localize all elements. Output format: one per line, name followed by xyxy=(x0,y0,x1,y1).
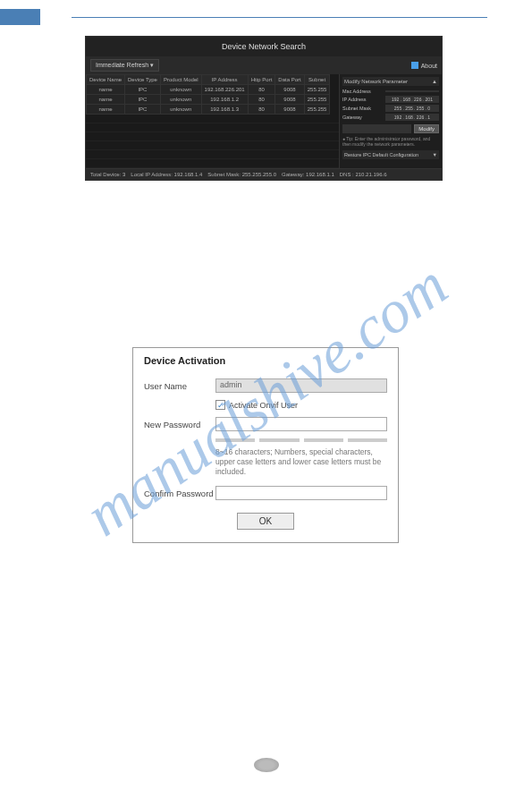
gw-input[interactable]: 192 . 168 . 226 . 1 xyxy=(385,114,439,121)
restore-config[interactable]: Restore IPC Default Configuration ▼ xyxy=(342,150,439,159)
cell: 80 xyxy=(248,85,275,95)
device-table: Device Name Device Type Product Model IP… xyxy=(86,74,330,115)
footer-gateway: Gateway: 192.168.1.1 xyxy=(282,172,334,177)
side-title: Modify Network Parameter ▲ xyxy=(342,77,439,86)
cell: 192.168.1.3 xyxy=(201,105,248,115)
cell: 9008 xyxy=(275,95,304,105)
header-line xyxy=(72,17,487,18)
device-network-search-panel: Device Network Search Immediate Refresh … xyxy=(85,36,443,181)
confirm-label: Confirm Password xyxy=(144,489,215,498)
table-row[interactable]: name IPC unknown 192.168.1.3 80 9008 255… xyxy=(87,105,330,115)
device-activation-panel: Device Activation User Name admin ✓ Acti… xyxy=(132,347,399,543)
ip-input[interactable]: 192 . 168 . 226 . 201 xyxy=(385,96,439,103)
restore-label: Restore IPC Default Configuration xyxy=(344,152,418,157)
col-ip-address[interactable]: IP Address xyxy=(201,75,248,85)
page-indicator xyxy=(254,758,279,772)
mac-label: Mac Address xyxy=(342,89,371,94)
mask-input[interactable]: 255 . 255 . 255 . 0 xyxy=(385,105,439,112)
col-device-name[interactable]: Device Name xyxy=(87,75,125,85)
cell: 9008 xyxy=(275,105,304,115)
side-title-label: Modify Network Parameter xyxy=(344,79,408,84)
mac-input[interactable] xyxy=(385,90,439,92)
cell: IPC xyxy=(125,85,161,95)
cell: 192.168.226.201 xyxy=(201,85,248,95)
modify-button[interactable]: Modify xyxy=(414,124,439,133)
newpw-label: New Password xyxy=(144,420,215,429)
cell: IPC xyxy=(125,105,161,115)
onvif-label: Activate Onvif User xyxy=(229,401,298,410)
triangle-up-icon: ▲ xyxy=(432,79,437,84)
modify-parameter-panel: Modify Network Parameter ▲ Mac Address I… xyxy=(339,74,442,168)
username-input[interactable]: admin xyxy=(215,378,387,393)
username-label: User Name xyxy=(144,381,215,391)
dns-toolbar: Immediate Refresh ▾ About xyxy=(86,56,442,74)
about-icon xyxy=(411,62,418,69)
cell: 255.255 xyxy=(304,105,330,115)
cell: 80 xyxy=(248,95,275,105)
col-data-port[interactable]: Data Port xyxy=(275,75,304,85)
mask-label: Subnet Mask xyxy=(342,106,371,111)
ok-button[interactable]: OK xyxy=(237,513,294,530)
local-ip: Local IP Address: 192.168.1.4 xyxy=(131,172,202,177)
refresh-dropdown[interactable]: Immediate Refresh ▾ xyxy=(90,59,159,72)
ip-label: IP Address xyxy=(342,97,367,102)
strength-bar xyxy=(304,438,343,442)
empty-table-area xyxy=(86,115,339,168)
total-device: Total Device: 3 xyxy=(90,172,125,177)
strength-bar xyxy=(348,438,387,442)
header-accent xyxy=(0,9,40,25)
gw-label: Gateway xyxy=(342,115,362,120)
about-label: About xyxy=(421,63,437,69)
col-subnet[interactable]: Subnet xyxy=(304,75,330,85)
newpw-input[interactable] xyxy=(215,417,387,431)
confirm-input[interactable] xyxy=(215,486,387,500)
strength-bar xyxy=(259,438,299,442)
table-row[interactable]: name IPC unknown 192.168.226.201 80 9008… xyxy=(87,85,330,95)
dns-footer: Total Device: 3 Local IP Address: 192.16… xyxy=(86,168,442,180)
dns-title: Device Network Search xyxy=(86,37,442,56)
strength-bar xyxy=(215,438,255,442)
cell: 255.255 xyxy=(304,85,330,95)
tip-text: ● Tip: Enter the administrator password,… xyxy=(342,136,439,147)
cell: 192.168.1.2 xyxy=(201,95,248,105)
cell: 255.255 xyxy=(304,95,330,105)
col-http-port[interactable]: Http Port xyxy=(248,75,275,85)
password-hint: 8~16 characters; Numbers, special charac… xyxy=(215,447,387,477)
cell: IPC xyxy=(125,95,161,105)
cell: name xyxy=(87,95,125,105)
table-row[interactable]: name IPC unknown 192.168.1.2 80 9008 255… xyxy=(87,95,330,105)
cell: 80 xyxy=(248,105,275,115)
onvif-checkbox[interactable]: ✓ xyxy=(215,400,225,410)
col-device-type[interactable]: Device Type xyxy=(125,75,161,85)
cell: name xyxy=(87,105,125,115)
cell: unknown xyxy=(160,85,201,95)
password-input[interactable] xyxy=(342,124,411,133)
cell: name xyxy=(87,85,125,95)
col-product-model[interactable]: Product Model xyxy=(160,75,201,85)
triangle-down-icon: ▼ xyxy=(433,152,437,157)
activation-title: Device Activation xyxy=(144,355,387,366)
table-header-row: Device Name Device Type Product Model IP… xyxy=(87,75,330,85)
about-link[interactable]: About xyxy=(411,62,437,69)
cell: 9008 xyxy=(275,85,304,95)
password-strength xyxy=(215,438,387,442)
footer-dns: DNS : 210.21.196.6 xyxy=(340,172,387,177)
cell: unknown xyxy=(160,105,201,115)
cell: unknown xyxy=(160,95,201,105)
footer-mask: Subnet Mask: 255.255.255.0 xyxy=(207,172,276,177)
